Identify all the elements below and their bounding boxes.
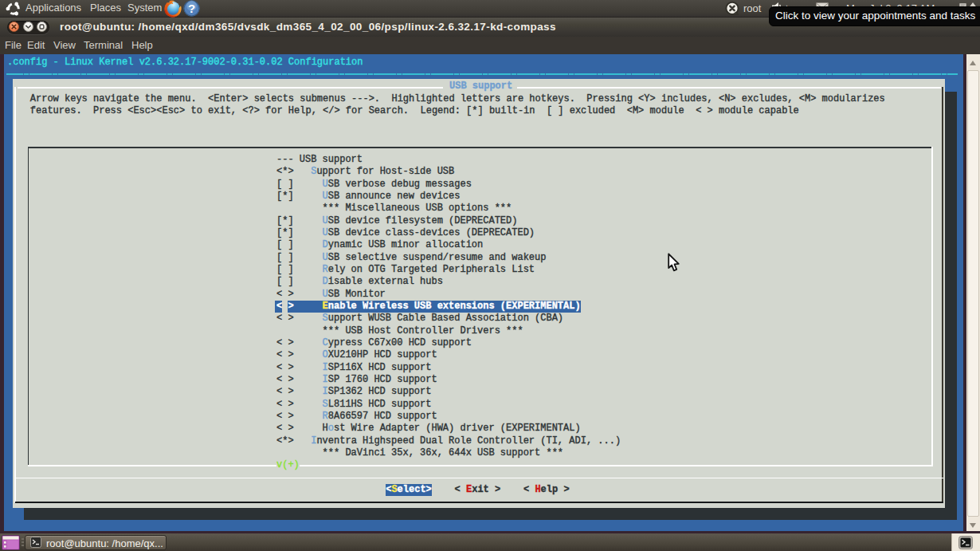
svg-text:?: ? xyxy=(188,2,195,15)
